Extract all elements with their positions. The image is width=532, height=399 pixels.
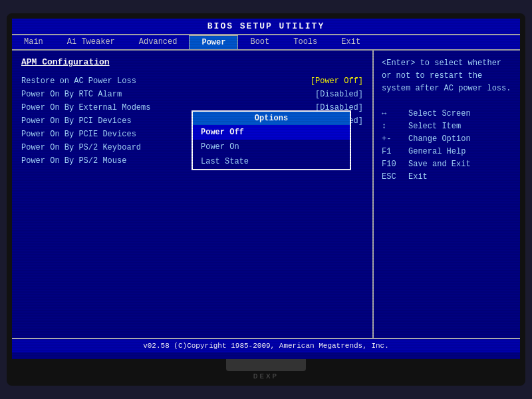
tab-ai-tweaker[interactable]: Ai Tweaker	[55, 35, 127, 49]
keybind-key-2: +-	[382, 134, 408, 144]
config-label-3: Power On By PCI Devices	[21, 116, 132, 126]
keybind-key-5: ESC	[382, 172, 408, 182]
tab-boot[interactable]: Boot	[238, 35, 281, 49]
dropdown-item-1[interactable]: Power On	[193, 140, 350, 154]
keybind-desc-4: Save and Exit	[408, 160, 471, 169]
title-bar: BIOS SETUP UTILITY	[12, 19, 520, 35]
dropdown-menu[interactable]: Options Power OffPower OnLast State	[192, 110, 351, 170]
tab-tools[interactable]: Tools	[281, 35, 329, 49]
config-label-5: Power On By PS/2 Keyboard	[21, 143, 141, 152]
footer-bar: v02.58 (C)Copyright 1985-2009, American …	[12, 338, 520, 352]
keybind-section: ↔Select Screen↕Select Item+-Change Optio…	[382, 109, 512, 182]
keybind-desc-5: Exit	[408, 172, 428, 182]
keybind-desc-0: Select Screen	[408, 109, 471, 118]
keybind-desc-1: Select Item	[408, 122, 461, 131]
keybind-key-4: F10	[382, 160, 408, 169]
monitor-stand	[226, 359, 306, 371]
tab-exit[interactable]: Exit	[329, 35, 372, 49]
right-panel: <Enter> to select whether or not to rest…	[374, 51, 520, 338]
monitor-frame: BIOS SETUP UTILITY MainAi TweakerAdvance…	[7, 13, 525, 386]
config-value-1: [Disabled]	[315, 90, 363, 99]
monitor-brand: DEXP	[253, 372, 279, 380]
content-area: APM Configuration Restore on AC Power Lo…	[12, 51, 520, 338]
screen: BIOS SETUP UTILITY MainAi TweakerAdvance…	[12, 19, 520, 359]
keybind-key-1: ↕	[382, 122, 408, 131]
keybind-key-3: F1	[382, 147, 408, 156]
keybind-row-1: ↕Select Item	[382, 122, 512, 131]
keybind-row-2: +-Change Option	[382, 134, 512, 144]
footer-text: v02.58 (C)Copyright 1985-2009, American …	[143, 342, 389, 350]
config-label-6: Power On By PS/2 Mouse	[21, 156, 126, 166]
dropdown-items-container: Power OffPower OnLast State	[193, 125, 350, 169]
tab-main[interactable]: Main	[12, 35, 55, 49]
config-label-4: Power On By PCIE Devices	[21, 130, 136, 139]
keybind-desc-3: General Help	[408, 147, 466, 156]
keybind-row-4: F10Save and Exit	[382, 160, 512, 169]
config-row-0[interactable]: Restore on AC Power Loss[Power Off]	[21, 76, 363, 86]
dropdown-item-2[interactable]: Last State	[193, 154, 350, 169]
keybind-row-0: ↔Select Screen	[382, 109, 512, 118]
help-text: <Enter> to select whether or not to rest…	[382, 57, 512, 96]
tab-power[interactable]: Power	[189, 35, 238, 49]
dropdown-title: Options	[193, 112, 350, 125]
keybind-row-5: ESCExit	[382, 172, 512, 182]
left-panel: APM Configuration Restore on AC Power Lo…	[12, 51, 374, 338]
keybind-row-3: F1General Help	[382, 147, 512, 156]
dropdown-item-0[interactable]: Power Off	[193, 125, 350, 140]
config-label-0: Restore on AC Power Loss	[21, 76, 136, 86]
tab-bar: MainAi TweakerAdvancedPowerBootToolsExit	[12, 35, 520, 51]
config-label-2: Power On By External Modems	[21, 103, 150, 112]
config-value-0: [Power Off]	[311, 76, 363, 86]
section-title: APM Configuration	[21, 57, 363, 67]
bios-title: BIOS SETUP UTILITY	[207, 21, 325, 31]
tab-advanced[interactable]: Advanced	[127, 35, 190, 49]
config-label-1: Power On By RTC Alarm	[21, 90, 122, 99]
keybind-key-0: ↔	[382, 109, 408, 118]
config-row-1[interactable]: Power On By RTC Alarm[Disabled]	[21, 90, 363, 99]
keybind-desc-2: Change Option	[408, 134, 471, 144]
